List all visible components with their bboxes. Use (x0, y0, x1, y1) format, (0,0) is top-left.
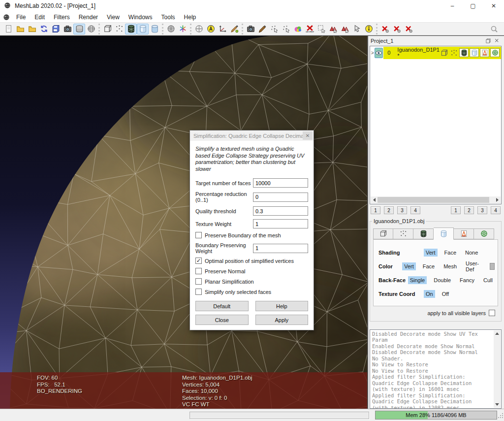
scroll-down-icon[interactable] (494, 401, 501, 408)
tab-flat[interactable] (434, 227, 454, 240)
close-button[interactable]: ✕ (483, 0, 504, 12)
search-icon[interactable] (488, 24, 500, 34)
decorator-left-2[interactable]: 2 (384, 206, 394, 214)
new-document-icon[interactable] (2, 24, 14, 34)
option-none[interactable]: None (463, 249, 480, 257)
layer-texture-icon[interactable] (480, 48, 489, 57)
decorator-right-4[interactable]: 4 (491, 206, 501, 214)
dialog-title-bar[interactable]: Simplification: Quadric Edge Collapse De… (190, 130, 314, 141)
decorator-right-2[interactable]: 2 (464, 206, 474, 214)
flat-render-icon[interactable] (137, 24, 149, 34)
menu-edit[interactable]: Edit (30, 13, 49, 22)
tab-points[interactable] (393, 228, 413, 239)
layer-visibility-icon[interactable] (375, 48, 383, 58)
option-vert[interactable]: Vert (424, 249, 438, 257)
param-input-5[interactable] (253, 244, 308, 253)
scroll-up-icon[interactable] (494, 330, 501, 337)
trackball-axes-icon[interactable] (177, 24, 189, 34)
select-rect-icon[interactable] (315, 24, 327, 34)
default-button[interactable]: Default (195, 301, 249, 311)
checkbox-7[interactable] (195, 268, 202, 274)
layer-texcoord-icon[interactable] (490, 48, 500, 57)
layer-points-icon[interactable] (449, 48, 458, 57)
tab-texcoord[interactable] (474, 228, 494, 239)
tab-wireframe[interactable] (413, 228, 434, 239)
menu-help[interactable]: Help (180, 13, 201, 22)
georef-delete-icon[interactable]: GEOREF (304, 24, 315, 34)
apply-button[interactable]: Apply (255, 315, 309, 325)
menu-render[interactable]: Render (74, 13, 102, 22)
checkbox-8[interactable] (195, 278, 202, 285)
show-axis-icon[interactable] (217, 24, 228, 34)
option-face[interactable]: Face (421, 262, 437, 270)
select-move-icon[interactable] (351, 24, 363, 34)
save-project-icon[interactable] (50, 24, 62, 34)
option-off[interactable]: Off (440, 290, 451, 298)
delete-faces-icon[interactable] (391, 24, 403, 34)
show-labels-icon[interactable] (205, 24, 217, 34)
point-picking-icon[interactable] (268, 24, 280, 34)
param-input-2[interactable] (253, 206, 308, 216)
vertex-paint-icon[interactable] (228, 24, 240, 34)
bbox-render-icon[interactable] (101, 24, 113, 34)
menu-windows[interactable]: Windows (124, 13, 157, 22)
tab-texture[interactable] (454, 228, 474, 239)
decorator-left-3[interactable]: 3 (397, 206, 407, 214)
snapshot-icon[interactable] (62, 24, 73, 34)
menu-filters[interactable]: Filters (49, 13, 74, 22)
texture-wire-icon[interactable] (165, 24, 177, 34)
option-face[interactable]: Face (442, 249, 458, 257)
delete-mesh-icon[interactable] (379, 24, 391, 34)
checkbox-9[interactable] (195, 289, 202, 295)
apply-all-layers-checkbox[interactable] (489, 310, 495, 316)
show-layer-dialog-icon[interactable] (73, 24, 85, 34)
dialog-close-icon[interactable]: ✕ (303, 131, 313, 140)
delete-vertices-icon[interactable] (403, 24, 414, 34)
checkbox-6[interactable]: ✓ (195, 258, 202, 264)
wireframe-render-icon[interactable] (125, 24, 137, 34)
layer-bbox-icon[interactable] (440, 48, 448, 57)
minimize-button[interactable]: – (442, 0, 463, 12)
param-input-1[interactable] (253, 193, 308, 202)
scroll-right-icon[interactable] (494, 196, 501, 203)
select-faces-icon[interactable] (327, 24, 339, 34)
layer-name[interactable]: Iguanodon_D1P1 * (397, 47, 440, 59)
decorator-right-1[interactable]: 1 (451, 206, 461, 214)
scroll-left-icon[interactable] (371, 196, 378, 203)
hscroll-thumb[interactable] (378, 197, 489, 203)
log-vscrollbar[interactable] (494, 330, 501, 408)
reload-mesh-icon[interactable] (38, 24, 50, 34)
open-project-icon[interactable] (14, 24, 26, 34)
option-on[interactable]: On (424, 290, 435, 298)
close-button[interactable]: Close (195, 315, 249, 325)
checkbox-4[interactable] (195, 232, 202, 238)
param-input-3[interactable] (253, 219, 308, 228)
float-panel-icon[interactable] (485, 37, 492, 44)
layer-wireframe-icon[interactable] (459, 48, 469, 57)
close-panel-icon[interactable] (494, 37, 501, 44)
show-raster-icon[interactable] (85, 24, 97, 34)
user-color-swatch[interactable] (490, 263, 495, 270)
option-vert[interactable]: Vert (402, 262, 416, 270)
option-fancy[interactable]: Fancy (458, 276, 476, 284)
layer-flat-icon[interactable] (470, 48, 479, 57)
decorator-left-1[interactable]: 1 (371, 206, 380, 214)
select-append-icon[interactable] (339, 24, 351, 34)
option-userdef[interactable]: User-Def (464, 259, 483, 273)
raster-camera-icon[interactable] (245, 24, 256, 34)
import-mesh-icon[interactable] (26, 24, 38, 34)
option-single[interactable]: Single (408, 276, 427, 284)
info-icon[interactable] (363, 24, 375, 34)
tab-bbox[interactable] (373, 228, 393, 239)
expand-layer-icon[interactable]: > (370, 50, 375, 56)
menu-tools[interactable]: Tools (157, 13, 180, 22)
zpainting-icon[interactable] (256, 24, 268, 34)
option-mesh[interactable]: Mesh (441, 262, 459, 270)
georef-bunny-icon[interactable] (292, 24, 304, 34)
decorator-left-4[interactable]: 4 (410, 206, 420, 214)
menu-file[interactable]: File (12, 13, 30, 22)
param-input-0[interactable] (253, 178, 308, 188)
layer-hscrollbar[interactable] (371, 196, 501, 203)
resize-grip-icon[interactable] (498, 412, 504, 421)
option-double[interactable]: Double (432, 276, 453, 284)
